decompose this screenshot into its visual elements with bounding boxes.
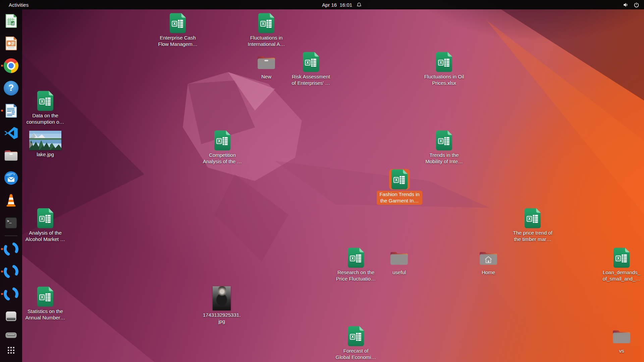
desktop-icon-enterprise-cash-flow[interactable]: XEnterprise Cash Flow Managem… <box>152 13 203 47</box>
spreadsheet-icon: X <box>170 13 186 34</box>
dock-item-drive[interactable] <box>0 305 22 327</box>
system-status-area[interactable] <box>623 0 639 9</box>
desktop[interactable]: XEnterprise Cash Flow Managem…XFluctuati… <box>22 9 644 362</box>
drive-icon <box>4 309 18 324</box>
dock-divider <box>5 236 17 236</box>
icon-label: New <box>261 73 271 80</box>
drive-small-icon <box>4 331 18 339</box>
dock-item-terminal[interactable]: >_ <box>0 212 22 234</box>
icon-label: 1743132925331. jpg <box>203 312 241 324</box>
icon-label: The price trend of the timber mar… <box>513 230 552 242</box>
icon-label: lake.jpg <box>37 151 54 158</box>
svg-text:X: X <box>41 217 43 221</box>
dock-item-app-window-1[interactable] <box>0 238 22 260</box>
dock-item-help[interactable]: ? <box>0 77 22 99</box>
spreadsheet-icon: X <box>348 247 364 268</box>
desktop-icon-alcohol-market[interactable]: XAnalysis of the Alcohol Market … <box>20 208 71 242</box>
running-indicator <box>1 293 3 295</box>
running-indicator <box>1 110 3 112</box>
desktop-icon-competition-analysis[interactable]: XCompetition Analysis of the … <box>197 130 248 165</box>
folder-icon <box>479 247 498 268</box>
spreadsheet-icon: X <box>525 208 541 229</box>
dock-item-vscode[interactable] <box>0 122 22 144</box>
dock-item-files[interactable] <box>0 144 22 167</box>
desktop-icon-lake-jpg[interactable]: lake.jpg <box>20 131 71 158</box>
icon-label: Analysis of the Alcohol Market … <box>25 230 65 242</box>
svg-text:X: X <box>218 139 220 143</box>
dock-item-libreoffice-writer[interactable] <box>0 99 22 122</box>
clock-button[interactable]: Apr 16 16:01 <box>319 0 365 9</box>
icon-label: useful <box>392 269 406 276</box>
desktop-icon-fluctuations-oil[interactable]: XFluctuations in Oil Prices.xlsx <box>419 52 470 86</box>
volume-icon[interactable] <box>623 2 629 8</box>
vlc-icon <box>3 193 19 208</box>
desktop-icon-photo-jpg[interactable]: 1743132925331. jpg <box>196 286 247 324</box>
svg-text:X: X <box>306 60 309 65</box>
svg-text:X: X <box>262 21 264 26</box>
folder-icon <box>390 247 409 268</box>
running-indicator <box>1 248 3 250</box>
desktop-icon-vs-folder[interactable]: vs <box>596 326 644 354</box>
icon-label: Fluctuations in Oil Prices.xlsx <box>424 73 464 86</box>
icon-label: Fashion Trends in the Garment In… <box>377 191 422 205</box>
image-thumbnail <box>29 131 61 150</box>
desktop-icon-price-trend-timber[interactable]: XThe price trend of the timber mar… <box>507 208 558 242</box>
dock-item-drive-small[interactable] <box>0 327 22 343</box>
top-bar: Activities Apr 16 16:01 <box>0 0 644 9</box>
icon-label: Trends in the Mobility of Inte… <box>425 152 463 165</box>
icon-label: Risk Assessment of Enterprises' … <box>292 73 330 86</box>
screen: Activities Apr 16 16:01 ?>_ XEnterprise … <box>0 0 644 362</box>
folder-icon <box>257 52 276 72</box>
dock-item-vlc[interactable] <box>0 189 22 212</box>
icon-label: Data on the consumption o… <box>26 112 64 125</box>
app-window-2-icon <box>3 264 19 279</box>
desktop-icon-risk-assessment[interactable]: XRisk Assessment of Enterprises' … <box>285 52 336 86</box>
dock-item-libreoffice-impress[interactable] <box>0 32 22 54</box>
folder-icon <box>612 326 631 347</box>
dock-item-chrome[interactable] <box>0 54 22 77</box>
desktop-icon-loan-demands[interactable]: XLoan_demands_ of_small_and_… <box>596 247 644 282</box>
libreoffice-writer-icon <box>3 103 19 118</box>
activities-button[interactable]: Activities <box>5 1 32 8</box>
desktop-icon-forecast-global[interactable]: XForecast of Global Economi… <box>330 326 381 360</box>
svg-text:X: X <box>528 217 531 221</box>
dock-item-app-grid[interactable] <box>0 343 22 358</box>
desktop-icon-fashion-trends[interactable]: XFashion Trends in the Garment In… <box>374 169 425 205</box>
desktop-icon-new-folder[interactable]: New <box>241 52 292 80</box>
desktop-icon-fluctuations-international[interactable]: XFluctuations in International A… <box>241 13 292 47</box>
spreadsheet-icon: X <box>37 208 53 229</box>
thunderbird-icon <box>3 170 19 186</box>
spreadsheet-icon: X <box>214 130 230 151</box>
spreadsheet-icon: X <box>348 326 364 347</box>
running-indicator <box>1 270 3 273</box>
svg-text:X: X <box>395 178 397 182</box>
chrome-icon <box>4 58 18 73</box>
desktop-icon-statistics-annual[interactable]: XStatistics on the Annual Number… <box>20 286 71 321</box>
app-window-3-icon <box>3 286 19 302</box>
svg-text:>_: >_ <box>7 219 12 223</box>
icon-label: Home <box>482 269 495 276</box>
desktop-icon-useful-folder[interactable]: useful <box>374 247 425 276</box>
files-icon <box>3 148 19 163</box>
icon-label: Enterprise Cash Flow Managem… <box>158 35 198 47</box>
desktop-icon-data-consumption[interactable]: XData on the consumption o… <box>20 90 71 125</box>
libreoffice-impress-icon <box>3 36 19 51</box>
icon-label: Fluctuations in International A… <box>248 35 285 47</box>
spreadsheet-icon: X <box>303 52 319 72</box>
bell-icon <box>356 2 362 8</box>
desktop-icon-home-folder[interactable]: Home <box>463 247 514 276</box>
spreadsheet-icon: X <box>613 247 630 268</box>
spreadsheet-icon: X <box>37 286 53 307</box>
clock-label: Apr 16 16:01 <box>322 2 352 8</box>
dock-item-app-window-2[interactable] <box>0 260 22 283</box>
vscode-icon <box>4 126 18 140</box>
spreadsheet-icon: X <box>436 52 452 72</box>
dock-item-app-window-3[interactable] <box>0 283 22 305</box>
desktop-icon-trends-mobility[interactable]: XTrends in the Mobility of Inte… <box>419 130 470 165</box>
libreoffice-calc-icon <box>3 13 19 28</box>
dock-item-libreoffice-calc[interactable] <box>0 9 22 32</box>
image-thumbnail <box>213 286 231 311</box>
power-icon[interactable] <box>634 2 639 8</box>
svg-text:X: X <box>41 295 43 300</box>
dock-item-thunderbird[interactable] <box>0 167 22 189</box>
